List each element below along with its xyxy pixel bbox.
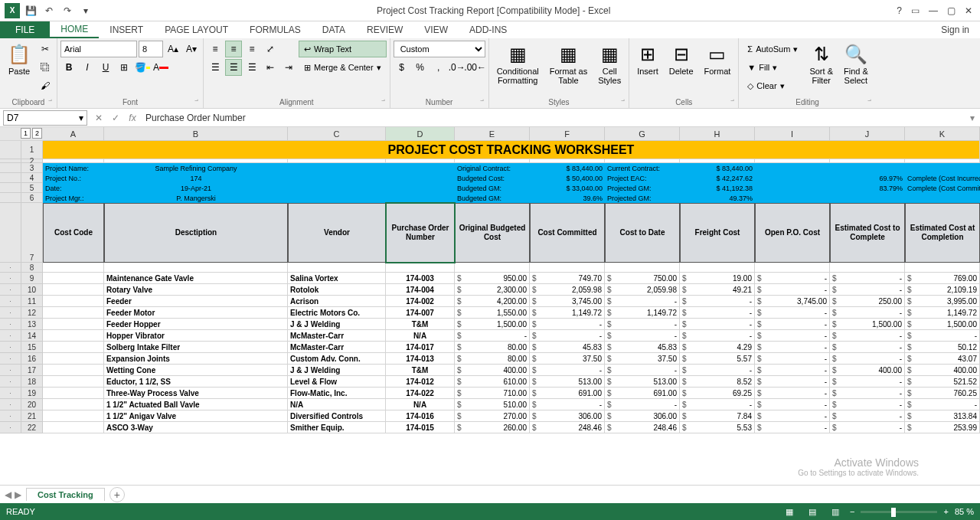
font-name-input[interactable]	[60, 41, 137, 57]
data-cell[interactable]: $-	[830, 307, 905, 319]
bold-button[interactable]: B	[60, 59, 77, 76]
underline-button[interactable]: U	[97, 59, 114, 76]
meta-cell[interactable]	[755, 163, 830, 173]
meta-cell[interactable]: Budgeted GM:	[455, 193, 530, 203]
tab-review[interactable]: REVIEW	[356, 21, 413, 38]
col-header-G[interactable]: G	[605, 127, 680, 141]
data-cell[interactable]	[43, 273, 104, 284]
data-cell[interactable]: 174-016	[386, 410, 455, 422]
data-cell[interactable]: $1,500.00	[905, 319, 980, 330]
data-cell[interactable]	[43, 319, 104, 330]
data-cell[interactable]: $3,745.00	[755, 296, 830, 307]
data-cell[interactable]: 174-015	[386, 422, 455, 433]
data-cell[interactable]: $-	[755, 284, 830, 296]
col-header-E[interactable]: E	[455, 127, 530, 141]
table-header[interactable]: Desctiption	[104, 203, 288, 263]
data-cell[interactable]: $2,300.00	[455, 284, 530, 296]
meta-cell[interactable]: 39.6%	[530, 193, 605, 203]
data-cell[interactable]: $-	[680, 296, 755, 307]
cell-styles-button[interactable]: ▦Cell Styles	[593, 41, 626, 87]
data-cell[interactable]: $306.00	[530, 410, 605, 422]
zoom-in-button[interactable]: +	[943, 507, 948, 516]
data-cell[interactable]	[43, 296, 104, 307]
meta-cell[interactable]: $ 83,440.00	[530, 163, 605, 173]
data-cell[interactable]: N/A	[386, 330, 455, 342]
meta-cell[interactable]	[830, 193, 905, 203]
row-header[interactable]: 22	[21, 422, 43, 433]
data-cell[interactable]: $8.52	[680, 376, 755, 388]
data-cell[interactable]: Smither Equip.	[288, 422, 386, 433]
data-cell[interactable]: Salina Vortex	[288, 273, 386, 284]
meta-cell[interactable]: Project Name:	[43, 163, 104, 173]
data-cell[interactable]: Hopper Vibrator	[104, 330, 288, 342]
data-cell[interactable]: $-	[755, 410, 830, 422]
data-cell[interactable]: $-	[830, 376, 905, 388]
data-cell[interactable]	[43, 365, 104, 376]
font-color-button[interactable]: A	[152, 59, 169, 76]
save-icon[interactable]: 💾	[23, 3, 38, 18]
format-as-table-button[interactable]: ▦Format as Table	[545, 41, 593, 87]
tab-insert[interactable]: INSERT	[99, 21, 154, 38]
data-cell[interactable]: Wetting Cone	[104, 365, 288, 376]
data-cell[interactable]: $-	[830, 342, 905, 353]
format-cells-button[interactable]: ▭Format	[700, 41, 736, 77]
meta-cell[interactable]	[755, 183, 830, 193]
col-header-F[interactable]: F	[530, 127, 605, 141]
data-cell[interactable]: $45.83	[530, 342, 605, 353]
data-cell[interactable]: $-	[605, 319, 680, 330]
col-header-J[interactable]: J	[830, 127, 905, 141]
data-cell[interactable]: $1,550.00	[455, 307, 530, 319]
align-center-button[interactable]: ☰	[225, 59, 242, 76]
autosum-button[interactable]: Σ AutoSum ▾	[742, 41, 803, 57]
cell[interactable]	[605, 263, 680, 273]
meta-cell[interactable]: Current Contract:	[605, 163, 680, 173]
meta-cell[interactable]: $ 33,040.00	[530, 183, 605, 193]
data-cell[interactable]: $45.83	[605, 342, 680, 353]
close-icon[interactable]: ✕	[965, 5, 972, 16]
row-header[interactable]: 19	[21, 388, 43, 399]
col-header-D[interactable]: D	[386, 127, 455, 141]
data-cell[interactable]: $-	[755, 422, 830, 433]
meta-cell[interactable]: $ 83,440.00	[680, 163, 755, 173]
data-cell[interactable]: $69.25	[680, 388, 755, 399]
accounting-format-button[interactable]: $	[394, 59, 410, 76]
data-cell[interactable]: $-	[830, 388, 905, 399]
percent-format-button[interactable]: %	[412, 59, 429, 76]
data-cell[interactable]: $50.12	[905, 342, 980, 353]
data-cell[interactable]: Feeder Motor	[104, 307, 288, 319]
data-cell[interactable]: N/A	[288, 399, 386, 410]
data-cell[interactable]: Electric Motors Co.	[288, 307, 386, 319]
meta-cell[interactable]: Projected GM:	[605, 193, 680, 203]
data-cell[interactable]: $-	[680, 365, 755, 376]
table-header[interactable]: Estimated Cost at Completion	[905, 203, 980, 263]
row-header[interactable]: 17	[21, 365, 43, 376]
data-cell[interactable]: $1,149.72	[530, 307, 605, 319]
data-cell[interactable]: $400.00	[830, 365, 905, 376]
data-cell[interactable]: $-	[755, 365, 830, 376]
data-cell[interactable]: $691.00	[530, 388, 605, 399]
data-cell[interactable]: $313.84	[905, 410, 980, 422]
meta-cell[interactable]: $ 50,400.00	[530, 173, 605, 183]
ribbon-options-icon[interactable]: ▭	[911, 5, 920, 16]
meta-cell[interactable]: Original Contract:	[455, 163, 530, 173]
data-cell[interactable]: N/A	[386, 399, 455, 410]
meta-cell[interactable]: 19-Apr-21	[104, 183, 288, 193]
data-cell[interactable]: $-	[755, 388, 830, 399]
data-cell[interactable]	[43, 342, 104, 353]
data-cell[interactable]: $37.50	[605, 353, 680, 365]
row-header[interactable]: 14	[21, 330, 43, 342]
formula-input[interactable]: Purchase Order Number	[141, 113, 965, 123]
data-cell[interactable]: $-	[605, 296, 680, 307]
table-header[interactable]: Cost Code	[43, 203, 104, 263]
format-painter-button[interactable]: 🖌	[37, 77, 54, 94]
data-cell[interactable]: Acrison	[288, 296, 386, 307]
data-cell[interactable]	[43, 307, 104, 319]
data-cell[interactable]	[43, 388, 104, 399]
tab-addins[interactable]: ADD-INS	[459, 21, 518, 38]
table-header[interactable]: Freight Cost	[680, 203, 755, 263]
data-cell[interactable]: $-	[680, 330, 755, 342]
zoom-out-button[interactable]: −	[850, 507, 854, 516]
data-cell[interactable]: Feeder Hopper	[104, 319, 288, 330]
data-cell[interactable]: $-	[530, 330, 605, 342]
data-cell[interactable]: $400.00	[455, 365, 530, 376]
